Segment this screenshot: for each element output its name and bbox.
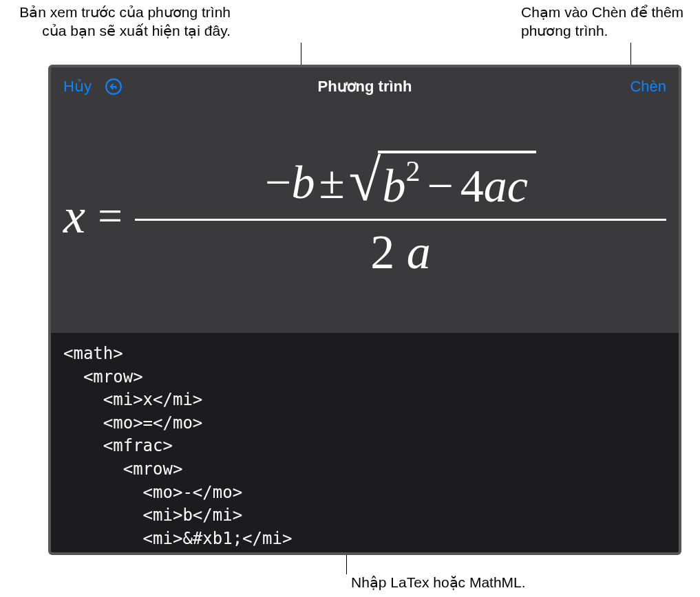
code-line: <mfrac>: [63, 436, 173, 455]
eq-sqrt: √ b 2 − 4 a c: [349, 152, 536, 213]
eq-four: 4: [460, 159, 484, 213]
insert-button[interactable]: Chèn: [630, 78, 666, 96]
dialog-title: Phương trình: [318, 78, 412, 96]
callout-input-hint: Nhập LaTex hoặc MathML.: [351, 573, 526, 591]
cancel-button[interactable]: Hủy: [63, 78, 92, 96]
eq-equals: =: [98, 191, 123, 241]
code-line: <mrow>: [63, 459, 182, 479]
eq-denominator: 2 a: [370, 221, 431, 280]
eq-a: a: [407, 226, 431, 279]
code-line: <mi>b</mi>: [63, 506, 242, 525]
eq-minus-inside: −: [427, 159, 453, 213]
eq-minus: −: [265, 155, 291, 210]
callout-insert-hint: Chạm vào Chèn để thêm phương trình.: [521, 3, 686, 41]
code-line: <mrow>: [63, 367, 143, 387]
toolbar-left-group: Hủy: [63, 77, 123, 96]
eq-b: b: [291, 155, 315, 210]
code-line: <mo>-</mo>: [63, 483, 242, 502]
eq-c: c: [507, 159, 528, 213]
code-line: <math>: [63, 344, 123, 363]
eq-exponent: 2: [405, 155, 420, 188]
eq-sqrt-content: b 2 − 4 a c: [378, 151, 536, 213]
eq-plus-minus: ±: [319, 155, 344, 210]
equation-dialog: Hủy Phương trình Chèn x = − b ± √: [48, 65, 681, 555]
eq-numerator: − b ± √ b 2 − 4 a c: [265, 152, 536, 219]
code-line: <mi>x</mi>: [63, 390, 202, 409]
sqrt-symbol-icon: √: [349, 160, 381, 202]
code-input[interactable]: <math> <mrow> <mi>x</mi> <mo>=</mo> <mfr…: [51, 333, 679, 555]
callout-line: [346, 554, 347, 574]
callout-preview: Bản xem trước của phương trình của bạn s…: [3, 3, 231, 41]
rendered-equation: x = − b ± √ b 2 − 4 a c: [56, 152, 673, 280]
eq-two: 2: [370, 226, 394, 279]
eq-b2: b: [382, 159, 405, 213]
eq-variable-x: x: [63, 188, 85, 245]
equation-preview: x = − b ± √ b 2 − 4 a c: [51, 106, 679, 333]
undo-icon[interactable]: [104, 77, 123, 96]
dialog-toolbar: Hủy Phương trình Chèn: [51, 67, 679, 106]
eq-fraction: − b ± √ b 2 − 4 a c: [135, 152, 666, 280]
code-line: <mi>&#xb1;</mi>: [63, 529, 292, 548]
code-line: <mo>=</mo>: [63, 413, 202, 433]
eq-a-inside: a: [484, 159, 507, 213]
